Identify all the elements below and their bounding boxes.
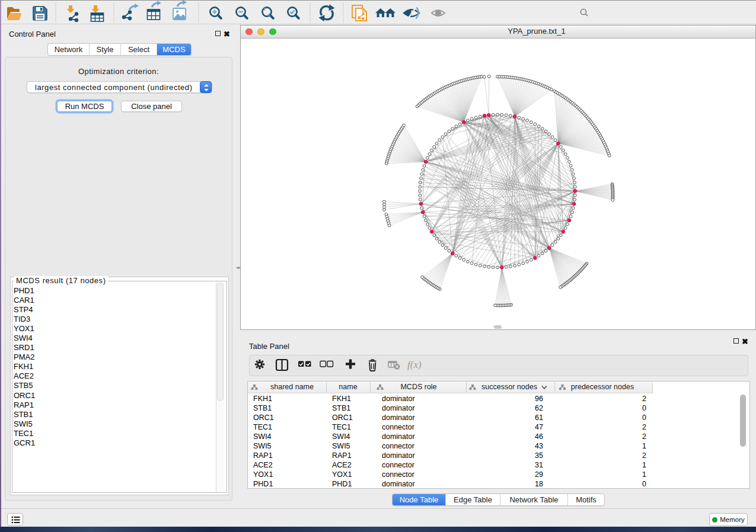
svg-text:f(x): f(x): [407, 359, 422, 370]
